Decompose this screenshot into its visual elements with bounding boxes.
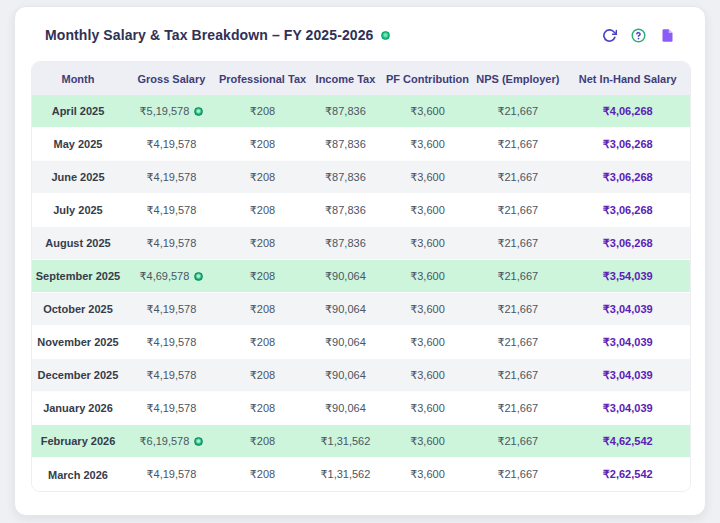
pf-contribution-cell: ₹3,600 [385, 194, 470, 227]
toolbar [602, 28, 675, 43]
table-row: December 2025 ₹4,19,578 ₹208 ₹90,064 ₹3,… [32, 359, 690, 392]
net-in-hand-cell: ₹3,54,039 [565, 260, 690, 293]
month-cell: September 2025 [32, 260, 124, 293]
pf-contribution-cell: ₹3,600 [385, 425, 470, 458]
gross-salary-value: ₹4,69,578 [140, 270, 190, 282]
gross-info-icon[interactable] [194, 437, 203, 446]
gross-salary-cell: ₹4,19,578 [124, 293, 219, 326]
gross-salary-cell: ₹4,19,578 [124, 227, 219, 260]
income-tax-cell: ₹87,836 [306, 95, 385, 128]
nps-employer-cell: ₹21,667 [470, 194, 565, 227]
nps-employer-cell: ₹21,667 [470, 425, 565, 458]
pf-contribution-cell: ₹3,600 [385, 293, 470, 326]
pf-contribution-cell: ₹3,600 [385, 260, 470, 293]
month-cell: January 2026 [32, 392, 124, 425]
professional-tax-cell: ₹208 [219, 194, 306, 227]
net-in-hand-cell: ₹3,06,268 [565, 161, 690, 194]
net-in-hand-cell: ₹3,06,268 [565, 128, 690, 161]
column-header-professional-tax: Professional Tax [219, 62, 306, 95]
month-cell: August 2025 [32, 227, 124, 260]
month-cell: October 2025 [32, 293, 124, 326]
month-cell: February 2026 [32, 425, 124, 458]
table-row: January 2026 ₹4,19,578 ₹208 ₹90,064 ₹3,6… [32, 392, 690, 425]
net-in-hand-cell: ₹3,04,039 [565, 359, 690, 392]
table-row: November 2025 ₹4,19,578 ₹208 ₹90,064 ₹3,… [32, 326, 690, 359]
column-header-net-in-hand-salary: Net In-Hand Salary [565, 62, 690, 95]
table-body: April 2025 ₹5,19,578 ₹208 ₹87,836 ₹3,600… [32, 95, 690, 491]
professional-tax-cell: ₹208 [219, 392, 306, 425]
table-row: June 2025 ₹4,19,578 ₹208 ₹87,836 ₹3,600 … [32, 161, 690, 194]
net-in-hand-cell: ₹3,06,268 [565, 194, 690, 227]
nps-employer-cell: ₹21,667 [470, 359, 565, 392]
net-in-hand-cell: ₹3,04,039 [565, 392, 690, 425]
nps-employer-cell: ₹21,667 [470, 392, 565, 425]
status-dot-icon [381, 31, 390, 40]
month-cell: June 2025 [32, 161, 124, 194]
gross-salary-cell: ₹4,19,578 [124, 359, 219, 392]
export-document-button[interactable] [660, 28, 675, 43]
pf-contribution-cell: ₹3,600 [385, 227, 470, 260]
gross-info-icon[interactable] [194, 107, 203, 116]
income-tax-cell: ₹90,064 [306, 293, 385, 326]
month-cell: May 2025 [32, 128, 124, 161]
nps-employer-cell: ₹21,667 [470, 128, 565, 161]
pf-contribution-cell: ₹3,600 [385, 326, 470, 359]
month-cell: December 2025 [32, 359, 124, 392]
income-tax-cell: ₹1,31,562 [306, 458, 385, 491]
professional-tax-cell: ₹208 [219, 326, 306, 359]
net-in-hand-cell: ₹3,06,268 [565, 227, 690, 260]
table-row: October 2025 ₹4,19,578 ₹208 ₹90,064 ₹3,6… [32, 293, 690, 326]
gross-salary-cell: ₹4,19,578 [124, 392, 219, 425]
refresh-button[interactable] [602, 28, 617, 43]
pf-contribution-cell: ₹3,600 [385, 95, 470, 128]
gross-salary-value: ₹4,19,578 [147, 336, 197, 348]
gross-salary-cell: ₹4,19,578 [124, 326, 219, 359]
gross-salary-cell: ₹4,19,578 [124, 128, 219, 161]
table-row: March 2026 ₹4,19,578 ₹208 ₹1,31,562 ₹3,6… [32, 458, 690, 491]
gross-salary-cell: ₹6,19,578 [124, 425, 219, 458]
professional-tax-cell: ₹208 [219, 161, 306, 194]
net-in-hand-cell: ₹4,62,542 [565, 425, 690, 458]
column-header-month: Month [32, 62, 124, 95]
gross-salary-value: ₹4,19,578 [147, 204, 197, 216]
pf-contribution-cell: ₹3,600 [385, 392, 470, 425]
income-tax-cell: ₹90,064 [306, 326, 385, 359]
column-header-income-tax: Income Tax [306, 62, 385, 95]
professional-tax-cell: ₹208 [219, 458, 306, 491]
gross-salary-cell: ₹4,19,578 [124, 194, 219, 227]
professional-tax-cell: ₹208 [219, 95, 306, 128]
gross-salary-value: ₹4,19,578 [147, 138, 197, 150]
gross-info-icon[interactable] [194, 272, 203, 281]
gross-salary-cell: ₹4,19,578 [124, 458, 219, 491]
nps-employer-cell: ₹21,667 [470, 326, 565, 359]
gross-salary-value: ₹6,19,578 [140, 435, 190, 447]
table-row: May 2025 ₹4,19,578 ₹208 ₹87,836 ₹3,600 ₹… [32, 128, 690, 161]
gross-salary-value: ₹4,19,578 [147, 303, 197, 315]
column-header-pf-contribution: PF Contribution [385, 62, 470, 95]
gross-salary-value: ₹5,19,578 [140, 105, 190, 117]
income-tax-cell: ₹87,836 [306, 194, 385, 227]
gross-salary-cell: ₹4,69,578 [124, 260, 219, 293]
net-in-hand-cell: ₹2,62,542 [565, 458, 690, 491]
table-row: August 2025 ₹4,19,578 ₹208 ₹87,836 ₹3,60… [32, 227, 690, 260]
nps-employer-cell: ₹21,667 [470, 227, 565, 260]
page-title: Monthly Salary & Tax Breakdown – FY 2025… [45, 27, 373, 43]
income-tax-cell: ₹90,064 [306, 359, 385, 392]
document-icon [660, 28, 675, 43]
pf-contribution-cell: ₹3,600 [385, 458, 470, 491]
pf-contribution-cell: ₹3,600 [385, 359, 470, 392]
income-tax-cell: ₹87,836 [306, 161, 385, 194]
professional-tax-cell: ₹208 [219, 359, 306, 392]
nps-employer-cell: ₹21,667 [470, 95, 565, 128]
month-cell: April 2025 [32, 95, 124, 128]
income-tax-cell: ₹90,064 [306, 392, 385, 425]
gross-salary-value: ₹4,19,578 [147, 402, 197, 414]
table-row: February 2026 ₹6,19,578 ₹208 ₹1,31,562 ₹… [32, 425, 690, 458]
pf-contribution-cell: ₹3,600 [385, 128, 470, 161]
gross-salary-cell: ₹5,19,578 [124, 95, 219, 128]
income-tax-cell: ₹1,31,562 [306, 425, 385, 458]
help-button[interactable] [631, 28, 646, 43]
net-in-hand-cell: ₹3,04,039 [565, 326, 690, 359]
column-header-nps-employer: NPS (Employer) [470, 62, 565, 95]
refresh-icon [602, 28, 617, 43]
